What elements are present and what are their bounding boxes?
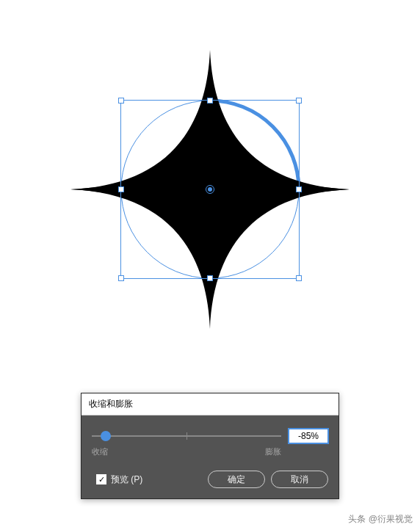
amount-input[interactable] (289, 429, 328, 443)
canvas-area[interactable] (0, 0, 420, 382)
slider-line (92, 435, 281, 437)
watermark-text: 头条 @衍果视觉 (348, 513, 413, 526)
shrink-label: 收缩 (92, 446, 108, 457)
dialog-button-group: 确定 取消 (208, 471, 328, 488)
dialog-body: 收缩 膨胀 ✓ 预览 (P) 确定 取消 (82, 415, 338, 498)
dialog-title: 收缩和膨胀 (82, 393, 338, 415)
cancel-button[interactable]: 取消 (271, 471, 328, 488)
dialog-bottom-row: ✓ 预览 (P) 确定 取消 (92, 471, 328, 488)
pucker-bloat-dialog: 收缩和膨胀 收缩 膨胀 ✓ 预览 (P) 确定 取消 (81, 393, 339, 499)
slider-center-tick (187, 432, 187, 440)
puckered-star-shape[interactable] (70, 50, 350, 329)
slider-thumb[interactable] (101, 431, 111, 441)
amount-slider[interactable] (92, 429, 281, 443)
preview-checkbox[interactable]: ✓ 预览 (P) (96, 473, 142, 486)
expand-label: 膨胀 (265, 446, 281, 457)
check-icon: ✓ (96, 474, 106, 484)
ok-button[interactable]: 确定 (208, 471, 265, 488)
slider-row (92, 429, 328, 443)
preview-label: 预览 (P) (111, 473, 142, 486)
slider-labels: 收缩 膨胀 (92, 446, 328, 457)
